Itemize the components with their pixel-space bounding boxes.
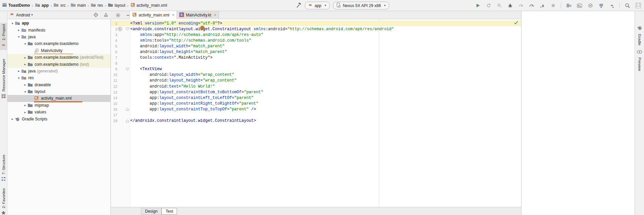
build-hammer-icon[interactable] bbox=[295, 3, 302, 9]
tree-expand-arrow-icon[interactable]: ▾ bbox=[16, 35, 21, 39]
tool-stripe----project[interactable]: 1: Project bbox=[0, 23, 7, 50]
project-view-selector[interactable]: Android bbox=[16, 13, 30, 17]
collapse-all-icon[interactable] bbox=[103, 12, 109, 18]
profiler-icon[interactable] bbox=[587, 3, 593, 9]
code-line-15[interactable]: 15 app:layout_constraintRight_toRightOf=… bbox=[111, 101, 521, 106]
editor-tab-activity-main-xml[interactable]: activity_main.xml× bbox=[129, 11, 177, 19]
breadcrumb-item-src[interactable]: src bbox=[53, 2, 65, 9]
tree-item-java[interactable]: ▾java bbox=[7, 34, 110, 40]
close-icon[interactable]: × bbox=[172, 13, 174, 17]
code-line-13[interactable]: 13 app:layout_constraintBottom_toBottomO… bbox=[111, 89, 521, 95]
apply-code-changes-icon[interactable] bbox=[496, 3, 502, 9]
class-gutter-badge[interactable]: C bbox=[118, 27, 122, 31]
package-icon bbox=[28, 41, 33, 46]
breadcrumb-item-main[interactable]: main bbox=[71, 2, 86, 9]
code-line-3[interactable]: 3 xmlns:app="http://schemas.android.com/… bbox=[111, 32, 521, 38]
sdk-manager-icon[interactable] bbox=[598, 3, 604, 9]
close-icon[interactable]: × bbox=[214, 13, 216, 17]
tree-collapse-arrow-icon[interactable]: ▸ bbox=[23, 62, 28, 66]
code-line-10[interactable]: 10 android:layout_width="wrap_content" bbox=[111, 72, 521, 78]
tool-stripe-preview[interactable]: Preview bbox=[635, 48, 644, 72]
tree-collapse-arrow-icon[interactable]: ▸ bbox=[23, 110, 28, 114]
device-selector[interactable]: Nexus 5X API 29 x86 ▼ bbox=[333, 2, 389, 9]
stop-icon[interactable] bbox=[550, 3, 556, 9]
breadcrumb-item-res[interactable]: res bbox=[91, 2, 103, 9]
breadcrumb-item-ToastDemo[interactable]: ToastDemo bbox=[2, 2, 30, 8]
attach-debugger-icon[interactable] bbox=[539, 3, 545, 9]
tool-stripe----structure[interactable]: 7: Structure bbox=[0, 153, 7, 184]
tree-item-res[interactable]: ▾res bbox=[7, 74, 110, 81]
gutter-marks bbox=[117, 66, 130, 72]
editor-mode-strip: DesignText bbox=[111, 207, 521, 215]
breadcrumb-item-activity_main.xml[interactable]: activity_main.xml bbox=[130, 2, 167, 8]
tree-collapse-arrow-icon[interactable]: ▸ bbox=[23, 56, 28, 59]
tool-stripe-gradle[interactable]: Gradle bbox=[635, 24, 644, 47]
logcat-icon[interactable] bbox=[577, 3, 583, 9]
editor-mode-tab-design[interactable]: Design bbox=[141, 208, 162, 215]
avatar-icon[interactable] bbox=[635, 3, 641, 9]
tree-item-manifests[interactable]: ▸manifests bbox=[7, 26, 110, 33]
breadcrumb-item-layout[interactable]: layout bbox=[108, 2, 125, 9]
inspection-ok-checkmark-icon[interactable] bbox=[514, 20, 518, 26]
tree-item-drawable[interactable]: ▸drawable bbox=[7, 82, 110, 88]
tree-collapse-arrow-icon[interactable]: ▸ bbox=[16, 69, 21, 73]
code-line-4[interactable]: 4 xmlns:tools="http://schemas.android.co… bbox=[111, 38, 521, 43]
tree-expand-arrow-icon[interactable]: ▾ bbox=[16, 76, 21, 80]
tool-stripe-label: Gradle bbox=[638, 34, 642, 46]
code-line-18[interactable]: 18</androidx.constraintlayout.widget.Con… bbox=[111, 118, 521, 124]
tree-item-mipmap[interactable]: ▸mipmap bbox=[7, 102, 110, 109]
tool-stripe-resource-manager[interactable]: Resource Manager bbox=[0, 57, 7, 101]
code-line-5[interactable]: 5 android:layout_width="match_parent" bbox=[111, 43, 521, 49]
tree-collapse-arrow-icon[interactable]: ▸ bbox=[10, 117, 15, 121]
breadcrumb-label: ToastDemo bbox=[8, 3, 30, 8]
tree-item-com-example-toastdemo[interactable]: ▸com.example.toastdemo(androidTest) bbox=[7, 54, 110, 61]
apply-changes-icon[interactable] bbox=[486, 3, 492, 9]
code-line-1[interactable]: 1<?xml version="1.0" encoding="utf-8"?> bbox=[111, 20, 521, 26]
tree-collapse-arrow-icon[interactable]: ▸ bbox=[16, 28, 21, 32]
run-icon[interactable] bbox=[475, 3, 481, 9]
code-line-17[interactable]: 17 bbox=[111, 112, 521, 118]
fold-down-icon[interactable] bbox=[126, 67, 129, 72]
code-line-9[interactable]: 9 <TextView bbox=[111, 66, 521, 72]
avd-manager-icon[interactable] bbox=[609, 3, 615, 9]
code-line-2[interactable]: 2C<androidx.constraintlayout.widget.Cons… bbox=[111, 26, 521, 32]
tree-item-values[interactable]: ▸values bbox=[7, 109, 110, 115]
tree-expand-arrow-icon[interactable]: ▾ bbox=[23, 42, 28, 46]
debug-icon[interactable] bbox=[507, 3, 513, 9]
code-line-8[interactable]: 8 bbox=[111, 61, 521, 66]
locate-icon[interactable] bbox=[93, 12, 99, 18]
run-config-selector[interactable]: app ▼ bbox=[305, 2, 330, 9]
editor-tab-mainactivity-kt[interactable]: KMainActivity.kt× bbox=[177, 11, 219, 19]
tree-collapse-arrow-icon[interactable]: ▸ bbox=[23, 83, 28, 87]
tree-item-mainactivity[interactable]: CMainActivity bbox=[7, 47, 110, 54]
fold-up-icon[interactable] bbox=[126, 107, 129, 112]
fold-down-icon[interactable] bbox=[126, 27, 129, 32]
code-editor[interactable]: 1<?xml version="1.0" encoding="utf-8"?>2… bbox=[111, 19, 521, 207]
attach-profiler-icon[interactable] bbox=[518, 3, 524, 9]
search-everywhere-icon[interactable] bbox=[625, 3, 631, 9]
tree-item-app[interactable]: ▾app bbox=[7, 20, 110, 26]
code-line-11[interactable]: 11 android:layout_height="wrap_content" bbox=[111, 78, 521, 84]
fold-up-icon[interactable] bbox=[126, 119, 129, 124]
code-line-12[interactable]: 12 android:text="Hello World!" bbox=[111, 84, 521, 89]
tool-stripe----favorites[interactable]: 2: Favorites bbox=[0, 187, 7, 215]
chevron-down-icon: ▼ bbox=[31, 13, 33, 16]
tree-collapse-arrow-icon[interactable]: ▸ bbox=[23, 103, 28, 107]
tree-item-layout[interactable]: ▾layout bbox=[7, 88, 110, 95]
tree-item-activity-main-xml[interactable]: activity_main.xml bbox=[7, 95, 110, 102]
tree-expand-arrow-icon[interactable]: ▾ bbox=[23, 90, 28, 94]
code-line-7[interactable]: 7 tools:context=".MainActivity"> bbox=[111, 55, 521, 61]
tree-expand-arrow-icon[interactable]: ▾ bbox=[10, 21, 15, 25]
editor-mode-tab-text[interactable]: Text bbox=[162, 208, 177, 215]
device-manager-icon[interactable] bbox=[566, 3, 572, 9]
tree-item-gradle-scripts[interactable]: ▸Gradle Scripts bbox=[7, 115, 110, 122]
settings-icon[interactable] bbox=[115, 12, 121, 18]
tree-item-com-example-toastdemo[interactable]: ▾com.example.toastdemo bbox=[7, 40, 110, 47]
tree-item-java[interactable]: ▸java(generated) bbox=[7, 68, 110, 74]
breadcrumb-item-app[interactable]: app bbox=[35, 2, 49, 9]
code-line-6[interactable]: 6 android:layout_height="match_parent" bbox=[111, 49, 521, 55]
code-line-16[interactable]: 16 app:layout_constraintTop_toTopOf="par… bbox=[111, 106, 521, 112]
tree-item-com-example-toastdemo[interactable]: ▸com.example.toastdemo(test) bbox=[7, 61, 110, 67]
profile-icon[interactable] bbox=[528, 3, 535, 9]
code-line-14[interactable]: 14 app:layout_constraintLeft_toLeftOf="p… bbox=[111, 95, 521, 101]
